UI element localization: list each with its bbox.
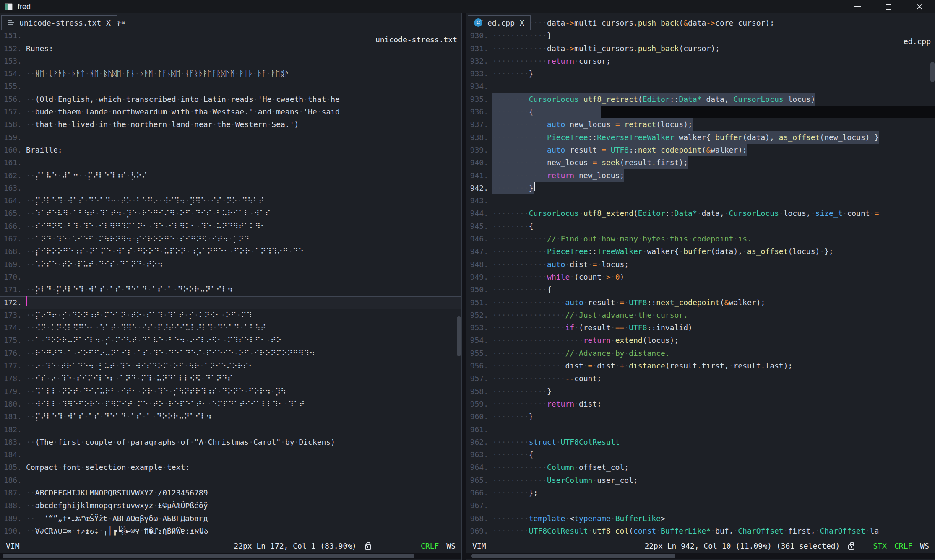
code-line-190[interactable]: 190.··∀∂∈ℝ∧∪≡∞·↑↗↨↻⇣·┐┼╔╘░►☺♀·ﬁ�⑀₂ἠḂӥẄɐː… — [0, 525, 461, 537]
pane-divider[interactable] — [461, 13, 466, 560]
code-line-162[interactable]: 162.··⡌⠁⠧⠑·⠼⠁⠒··⡍⠜⠇⠑⠹⠰⠎·⡣⠕⠌ — [0, 169, 461, 182]
h-scroll-thumb[interactable] — [471, 554, 675, 558]
code-line-944[interactable]: 944.········CursorLocus·utf8_extend(Edit… — [466, 207, 935, 220]
code-line-933[interactable]: 933.········} — [466, 67, 935, 80]
code-line-179[interactable]: 179.··⠩⠁⠇⠇·⠝⠕⠞·⠙⠊⠌⠥⠗⠃·⠊⠞⠂·⠕⠗·⠹⠑·⡊⠳⠝⠞⠗⠹⠰⠎… — [0, 385, 461, 398]
code-line-966[interactable]: 966.········}; — [466, 487, 935, 499]
code-line-183[interactable]: 183.··(The·first·couple·of·paragraphs·of… — [0, 436, 461, 449]
code-line-948[interactable]: 948.············auto·dist·=·locus; — [466, 258, 935, 271]
tab-close-icon[interactable]: X — [520, 18, 524, 27]
code-line-163[interactable]: 163. — [0, 182, 461, 194]
h-scrollbar-right[interactable] — [466, 553, 935, 559]
code-line-165[interactable]: 165.··⠱⠁⠞⠑⠧⠻·⠁⠃⠳⠞·⠹⠁⠞⠲·⡹⠑·⠗⠑⠛⠊⠌⠻·⠕⠋·⠙⠊⠎·… — [0, 207, 461, 220]
code-line-967[interactable]: 967. — [466, 499, 935, 512]
code-line-181[interactable]: 181.··⡍⠜⠇⠑⠹·⠺⠁⠎·⠁⠎·⠙⠑⠁⠙·⠁⠎·⠁·⠙⠕⠕⠗⠤⠝⠁⠊⠇⠲ — [0, 410, 461, 423]
code-line-937[interactable]: 937.············auto·new_locus·=·retract… — [466, 118, 935, 131]
code-line-954[interactable]: 954.····················return·extend(lo… — [466, 334, 935, 347]
line-number: 931. — [466, 42, 488, 55]
code-line-159[interactable]: 159. — [0, 131, 461, 144]
code-line-154[interactable]: 154.··ᚻᛖ·ᚳᚹᚫᚦ·ᚦᚫᛏ·ᚻᛖ·ᛒᚢᛞᛖ·ᚩᚾ·ᚦᚫᛗ·ᛚᚪᚾᛞᛖ·ᚾ… — [0, 67, 461, 80]
code-line-956[interactable]: 956.················dist·=·dist·+·distan… — [466, 360, 935, 372]
code-line-949[interactable]: 949.············while·(count·>·0) — [466, 271, 935, 283]
code-line-952[interactable]: 952.················//·Just·advance·the·… — [466, 309, 935, 321]
code-line-960[interactable]: 960.········} — [466, 410, 935, 423]
line-number: 179. — [0, 385, 22, 398]
code-line-186[interactable]: 186. — [0, 474, 461, 487]
code-line-168[interactable]: 168.··⡎⠊⠗⠕⠕⠛⠑⠰⠎·⠝⠁⠍⠑·⠺⠁⠎·⠛⠕⠕⠙·⠥⠏⠕⠝·⠰⡡⠁⠝⠛… — [0, 245, 461, 258]
maximize-button[interactable] — [873, 0, 904, 13]
code-line-931[interactable]: 931.············data->multi_cursors.push… — [466, 42, 935, 55]
code-line-935[interactable]: 935.········CursorLocus·utf8_retract(Edi… — [466, 93, 935, 106]
tab-ed-cpp[interactable]: C++ ed.cpp X — [468, 15, 531, 30]
close-button[interactable] — [904, 0, 935, 13]
code-line-156[interactable]: 156.··(Old·English,·which·transcribed·in… — [0, 93, 461, 106]
lock-icon[interactable] — [365, 544, 371, 550]
code-line-962[interactable]: 962.········struct·UTF8ColResult — [466, 436, 935, 449]
code-line-964[interactable]: 964.············Column·offset_col; — [466, 461, 935, 474]
code-line-155[interactable]: 155. — [0, 80, 461, 93]
code-line-957[interactable]: 957.················--count; — [466, 372, 935, 385]
code-area-right[interactable]: 929.············data->multi_cursors.push… — [466, 19, 935, 540]
code-line-182[interactable]: 182. — [0, 423, 461, 436]
v-scroll-thumb-right[interactable] — [930, 62, 935, 82]
code-line-932[interactable]: 932.············return·cursor; — [466, 55, 935, 67]
code-line-958[interactable]: 958.············} — [466, 385, 935, 398]
code-line-930[interactable]: 930.············} — [466, 29, 935, 42]
code-line-959[interactable]: 959.············return·dist; — [466, 398, 935, 410]
code-line-185[interactable]: 185.Compact·font·selection·example·text: — [0, 461, 461, 474]
code-line-189[interactable]: 189.··–—‘“”„†•…‰™œŠŸž€·ΑΒΓΔΩαβγδω·АБВГДа… — [0, 512, 461, 525]
code-line-172[interactable]: 172. — [0, 296, 461, 309]
code-line-164[interactable]: 164.··⡍⠜⠇⠑⠹·⠺⠁⠎·⠙⠑⠁⠙⠒·⠞⠕·⠃⠑⠛⠔·⠺⠊⠹⠲·⡹⠻⠑·⠊… — [0, 194, 461, 207]
code-line-174[interactable]: 174.··⠪⠝·⠅⠝⠪⠇⠫⠛⠑⠂·⠱⠁⠞·⠹⠻⠑·⠊⠎·⠏⠜⠞⠊⠊⠥⠇⠜⠇⠹·… — [0, 321, 461, 334]
code-line-943[interactable]: 943. — [466, 194, 935, 207]
code-line-941[interactable]: 941.············return·new_locus; — [466, 169, 935, 182]
tab-unicode-stress[interactable]: unicode-stress.txt X — [1, 15, 117, 30]
code-line-951[interactable]: 951.················auto·result·=·UTF8::… — [466, 296, 935, 309]
code-line-178[interactable]: 178.··⠊⠎·⠔·⠹⠑·⠎⠊⠍⠊⠇⠑⠆·⠁⠝⠙·⠍⠹·⠥⠝⠙⠁⠇⠇⠪⠫·⠙⠁… — [0, 372, 461, 385]
code-line-950[interactable]: 950.············{ — [466, 283, 935, 296]
code-line-175[interactable]: 175.··⠁·⠙⠕⠕⠗⠤⠝⠁⠊⠇⠲·⡊·⠍⠊⠣⠞·⠙⠁⠧⠑·⠃⠑⠲·⠔⠊⠇⠔⠫… — [0, 334, 461, 347]
code-line-160[interactable]: 160.Braille: — [0, 144, 461, 156]
code-area-left[interactable]: 150.··ሥራ·ከመፍታት·ልጄን·ላፋታት።151.152.Runes:15… — [0, 19, 461, 540]
h-scroll-thumb[interactable] — [3, 554, 414, 558]
code-line-947[interactable]: 947.············PieceTree::TreeWalker·wa… — [466, 245, 935, 258]
code-line-188[interactable]: 188.··abcdefghijklmnopqrstuvwxyz·£©µÀÆÖÞ… — [0, 499, 461, 512]
code-line-940[interactable]: 940.············new_locus·=·seek(result.… — [466, 156, 935, 169]
v-scroll-thumb-left[interactable] — [457, 316, 461, 356]
code-line-938[interactable]: 938.············PieceTree::ReverseTreeWa… — [466, 131, 935, 144]
code-line-946[interactable]: 946.············//·Find·out·how·many·byt… — [466, 233, 935, 245]
tab-close-icon[interactable]: X — [106, 18, 111, 27]
lock-icon[interactable] — [848, 544, 854, 550]
code-line-184[interactable]: 184. — [0, 449, 461, 461]
code-line-968[interactable]: 968.········template·<typename·BufferLik… — [466, 512, 935, 525]
minimize-button[interactable] — [842, 0, 873, 13]
code-line-169[interactable]: 169.··⠡⠕⠎⠑·⠞⠕·⠏⠥⠞·⠙⠊⠎·⠙⠁⠝⠙·⠞⠕⠲ — [0, 258, 461, 271]
code-line-963[interactable]: 963.········{ — [466, 449, 935, 461]
code-line-939[interactable]: 939.············auto·result·=·UTF8::next… — [466, 144, 935, 156]
code-line-158[interactable]: 158.··that·he·lived·in·the·northern·land… — [0, 118, 461, 131]
code-line-187[interactable]: 187.··ABCDEFGHIJKLMNOPQRSTUVWXYZ·/012345… — [0, 487, 461, 499]
code-line-965[interactable]: 965.············UserColumn·user_col; — [466, 474, 935, 487]
code-line-953[interactable]: 953.················if·(result·==·UTF8::… — [466, 321, 935, 334]
h-scrollbar-left[interactable] — [0, 553, 461, 559]
code-line-170[interactable]: 170. — [0, 271, 461, 283]
code-line-166[interactable]: 166.··⠎⠊⠛⠝⠫·⠃⠹·⠹⠑·⠊⠇⠻⠛⠹⠍⠁⠝⠂·⠹⠑·⠊⠇⠻⠅⠂·⠹⠑·… — [0, 220, 461, 233]
code-line-929[interactable]: 929.············data->multi_cursors.push… — [466, 19, 935, 29]
code-line-171[interactable]: 171.··⡕⠇⠙·⡍⠜⠇⠑⠹·⠺⠁⠎·⠁⠎·⠙⠑⠁⠙·⠁⠎·⠁·⠙⠕⠕⠗⠤⠝⠁… — [0, 283, 461, 296]
code-line-945[interactable]: 945.········{ — [466, 220, 935, 233]
code-line-936[interactable]: 936.········{ — [466, 106, 935, 118]
code-line-177[interactable]: 177.··⠔·⠹⠑·⠞⠗⠁⠙⠑⠲·⡃⠥⠞·⠹⠑·⠺⠊⠎⠙⠕⠍·⠕⠋·⠳⠗·⠁⠝… — [0, 360, 461, 372]
code-line-969[interactable]: 969.········UTF8ColResult·utf8_col(const… — [466, 525, 935, 537]
line-number: 177. — [0, 360, 22, 372]
code-line-157[interactable]: 157.··bude·thaem·lande·northweardum·with… — [0, 106, 461, 118]
code-line-167[interactable]: 167.··⠁⠝⠙·⠹⠑·⠡⠊⠑⠋·⠍⠳⠗⠝⠻⠲·⡎⠊⠗⠕⠕⠛⠑·⠎⠊⠛⠝⠫·⠊… — [0, 233, 461, 245]
code-line-961[interactable]: 961. — [466, 423, 935, 436]
code-line-180[interactable]: 180.··⠺⠊⠇⠇·⠹⠻⠑⠋⠕⠗⠑·⠏⠻⠍⠊⠞·⠍⠑·⠞⠕·⠗⠑⠏⠑⠁⠞⠂·⠑… — [0, 398, 461, 410]
code-line-955[interactable]: 955.················//·Advance·by·distan… — [466, 347, 935, 360]
code-line-176[interactable]: 176.··⠗⠑⠛⠜⠙·⠁·⠊⠕⠋⠋⠔⠤⠝⠁⠊⠇·⠁⠎·⠹⠑·⠙⠑⠁⠙⠑⠌·⠏⠊… — [0, 347, 461, 360]
code-line-942[interactable]: 942.········} — [466, 182, 935, 194]
code-line-161[interactable]: 161. — [0, 156, 461, 169]
code-line-173[interactable]: 173.··⡍⠔⠙⠖·⡊·⠙⠕⠝⠰⠞·⠍⠑⠁⠝·⠞⠕·⠎⠁⠹·⠹⠁⠞·⡊·⠅⠝⠪… — [0, 309, 461, 321]
code-line-934[interactable]: 934. — [466, 80, 935, 93]
code-line-153[interactable]: 153. — [0, 55, 461, 67]
